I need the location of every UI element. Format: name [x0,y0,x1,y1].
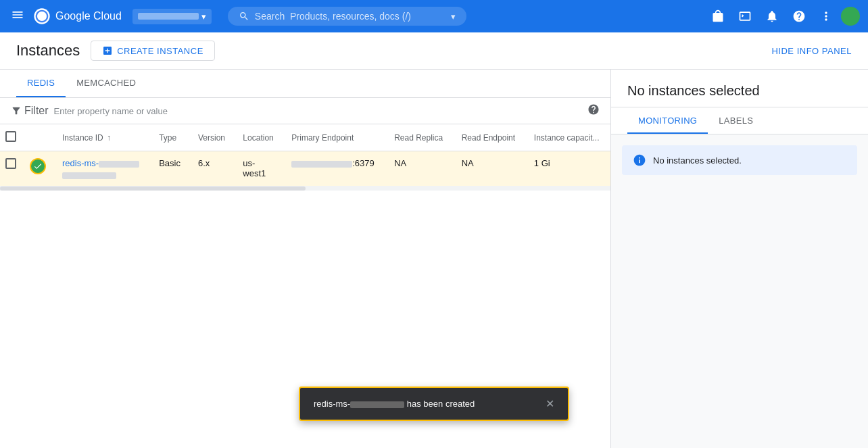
tab-monitoring[interactable]: MONITORING [627,107,708,134]
toast-container: redis-ms- has been created ✕ [299,387,569,421]
row-read-endpoint-cell: NA [454,151,526,186]
project-dropdown-icon: ▾ [201,11,206,22]
user-avatar[interactable] [841,7,860,26]
row-type-cell: Basic [151,151,190,186]
row-checkbox-cell [0,151,27,186]
row-primary-endpoint-cell: :6379 [283,151,386,186]
panel-body: No instances selected. [611,134,868,448]
col-status [27,124,54,151]
filter-label: Filter [24,105,49,117]
tab-labels[interactable]: LABELS [708,107,764,134]
toast: redis-ms- has been created ✕ [299,387,569,421]
add-icon [102,45,113,56]
instances-table: Instance ID ↑ Type Version Location Prim… [0,124,610,191]
endpoint-blurred [291,161,352,168]
nav-icons [706,4,860,28]
tab-redis[interactable]: REDIS [16,70,66,97]
location-text: us-west1 [243,158,266,178]
col-type: Type [151,124,190,151]
row-checkbox[interactable] [5,158,16,169]
header-left: Instances CREATE INSTANCE [16,41,215,61]
status-ok-icon [30,158,46,174]
tab-memcached[interactable]: MEMCACHED [66,70,147,97]
instance-id-link[interactable]: redis-ms- [62,158,139,168]
no-selection-message: No instances selected. [622,145,857,175]
search-dropdown-icon[interactable]: ▾ [451,11,456,22]
top-nav: Google Cloud ▾ ▾ [0,0,868,32]
google-cloud-icon [32,7,51,26]
no-selection-text: No instances selected. [653,155,742,166]
instance-sub-blurred [62,172,116,179]
more-options-icon[interactable] [814,4,838,28]
toast-name-blurred [350,401,404,408]
panel-title: No instances selected [611,70,868,107]
project-name-blurred [138,13,199,20]
col-primary-endpoint: Primary Endpoint [283,124,386,151]
filter-bar: Filter [0,98,610,124]
notifications-icon[interactable] [760,4,784,28]
filter-help-icon[interactable] [587,103,600,118]
table-row: redis-ms- Basic 6.x us-west1 [0,151,610,186]
right-panel: No instances selected MONITORING LABELS … [611,70,868,448]
filter-icon: Filter [11,105,49,117]
page-title: Instances [16,42,80,59]
help-icon[interactable] [787,4,811,28]
select-all-checkbox[interactable] [5,131,16,142]
row-status-cell [27,151,54,186]
panel-tabs: MONITORING LABELS [611,107,868,134]
nav-logo[interactable]: Google Cloud [32,7,122,26]
col-version: Version [190,124,235,151]
horizontal-scrollbar[interactable] [0,186,610,191]
sort-icon: ↑ [107,133,111,143]
col-read-replica: Read Replica [386,124,454,151]
hide-info-panel-button[interactable]: HIDE INFO PANEL [771,46,852,56]
create-instance-label: CREATE INSTANCE [117,46,203,56]
row-capacity-cell: 1 Gi [526,151,610,186]
row-version-cell: 6.x [190,151,235,186]
row-instance-id-cell: redis-ms- [54,151,151,186]
menu-icon[interactable] [8,5,27,28]
info-icon [633,153,646,167]
col-read-endpoint: Read Endpoint [454,124,526,151]
create-instance-button[interactable]: CREATE INSTANCE [91,41,215,61]
toast-prefix: redis-ms- [314,399,350,409]
marketplace-icon[interactable] [706,4,730,28]
toast-suffix: has been created [407,399,475,409]
project-selector[interactable]: ▾ [132,9,212,24]
col-checkbox [0,124,27,151]
search-bar[interactable]: ▾ [228,7,467,26]
scrollbar-thumb[interactable] [0,186,306,191]
cache-tabs: REDIS MEMCACHED [0,70,610,98]
logo-text: Google Cloud [55,10,122,22]
search-input[interactable] [255,11,446,22]
toast-close-button[interactable]: ✕ [546,397,554,410]
filter-input[interactable] [54,106,582,116]
row-location-cell: us-west1 [235,151,283,186]
row-read-replica-cell: NA [386,151,454,186]
col-instance-capacity: Instance capacit... [526,124,610,151]
col-location: Location [235,124,283,151]
cloud-shell-icon[interactable] [733,4,757,28]
page-header: Instances CREATE INSTANCE HIDE INFO PANE… [0,32,868,70]
search-icon [239,11,249,22]
toast-text: redis-ms- has been created [314,399,537,409]
instance-id-blurred [99,161,139,168]
col-instance-id[interactable]: Instance ID ↑ [54,124,151,151]
